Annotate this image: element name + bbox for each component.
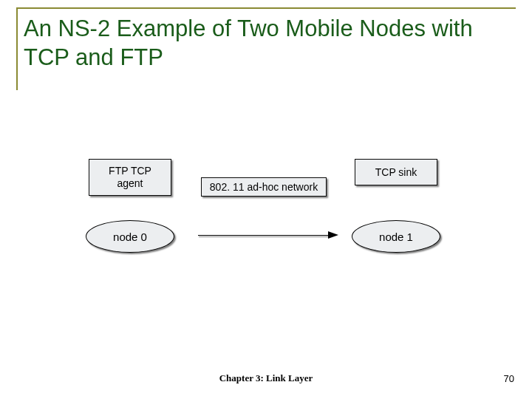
node0-ellipse: node 0 [86,220,174,253]
arrow-line [198,235,328,236]
page-title: An NS-2 Example of Two Mobile Nodes with… [24,15,516,72]
footer-center: Chapter 3: Link Layer [0,372,532,384]
ftp-tcp-agent-label: FTP TCPagent [109,165,151,190]
network-box: 802. 11 ad-hoc network [201,177,327,197]
node1-label: node 1 [379,231,413,243]
tcp-sink-label: TCP sink [375,166,417,179]
title-block: An NS-2 Example of Two Mobile Nodes with… [16,7,516,90]
ftp-tcp-agent-box: FTP TCPagent [89,159,171,196]
node0-label: node 0 [113,231,147,243]
node1-ellipse: node 1 [352,220,440,253]
network-label: 802. 11 ad-hoc network [210,181,318,194]
arrow-head-icon [328,231,338,239]
page-number: 70 [504,373,514,384]
tcp-sink-box: TCP sink [355,159,437,185]
diagram-area: FTP TCPagent 802. 11 ad-hoc network TCP … [0,148,532,296]
